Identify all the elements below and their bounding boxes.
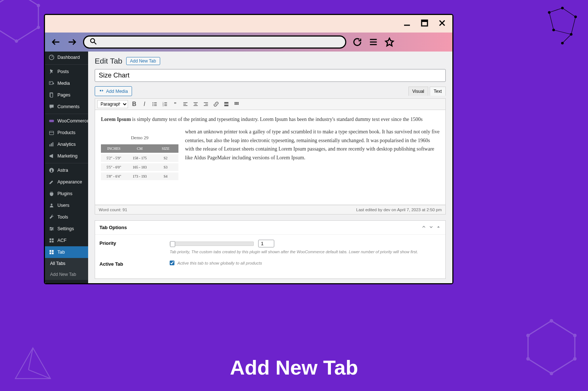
sidebar-item-analytics[interactable]: Analytics: [45, 138, 88, 150]
media-icon: [99, 88, 104, 94]
sidebar-item-plugins[interactable]: Plugins: [45, 188, 88, 200]
numbered-list-icon[interactable]: 123: [161, 100, 169, 108]
menu-icon[interactable]: [368, 37, 378, 47]
editor-tab-text[interactable]: Text: [430, 87, 446, 96]
slider-thumb[interactable]: [170, 241, 175, 247]
forward-icon[interactable]: [67, 37, 77, 47]
move-down-icon[interactable]: [429, 224, 434, 231]
priority-label: Priority: [99, 240, 165, 246]
tab-title-input[interactable]: [95, 69, 446, 82]
sidebar-item-label: Tab: [57, 250, 65, 255]
svg-line-13: [549, 8, 562, 12]
media-icon: [49, 80, 54, 86]
minimize-icon[interactable]: [403, 19, 411, 29]
readmore-icon[interactable]: [222, 100, 230, 108]
paragraph-select[interactable]: Paragraph: [97, 100, 128, 108]
editor-tab-visual[interactable]: Visual: [408, 87, 428, 96]
sidebar-item-label: Marketing: [57, 153, 78, 159]
sidebar-item-label: Tools: [57, 215, 68, 220]
svg-rect-72: [154, 102, 157, 103]
svg-point-12: [561, 42, 564, 44]
svg-rect-98: [234, 103, 235, 105]
italic-icon[interactable]: I: [140, 100, 148, 108]
sidebar-item-dashboard[interactable]: Dashboard: [45, 52, 88, 63]
sidebar-item-astra[interactable]: Astra: [45, 164, 88, 176]
svg-point-75: [152, 105, 153, 106]
svg-rect-43: [49, 81, 53, 84]
svg-rect-46: [50, 93, 53, 97]
marketing-icon: [49, 153, 54, 159]
sidebar-item-appearance[interactable]: Appearance: [45, 176, 88, 188]
sidebar-item-tools[interactable]: Tools: [45, 211, 88, 223]
url-input[interactable]: [100, 39, 340, 45]
close-icon[interactable]: [438, 19, 446, 29]
sidebar-item-products[interactable]: Products: [45, 127, 88, 138]
svg-rect-92: [224, 102, 228, 103]
active-tab-checkbox[interactable]: [170, 261, 174, 265]
sidebar-item-media[interactable]: Media: [45, 77, 88, 89]
priority-slider[interactable]: [170, 242, 254, 246]
editor-body[interactable]: Lorem Ipsum is simply dummy text of the …: [95, 110, 446, 205]
svg-rect-65: [49, 250, 51, 252]
sidebar-item-label: Plugins: [57, 191, 72, 196]
sidebar-sub-all-tabs[interactable]: All Tabs: [45, 258, 88, 269]
svg-rect-68: [52, 253, 54, 254]
svg-point-73: [152, 104, 153, 105]
admin-sidebar: Dashboard Posts Media Pages Comments Woo…: [45, 52, 88, 283]
svg-marker-101: [437, 226, 440, 228]
star-icon[interactable]: [384, 37, 395, 47]
demo-size-table: Demo 29 INCHES CM SIZE 5'2" - 5'9"158 - …: [101, 131, 178, 180]
sidebar-item-settings[interactable]: Settings: [45, 223, 88, 235]
sidebar-item-comments[interactable]: Comments: [45, 101, 88, 113]
sidebar-item-tab[interactable]: Tab: [45, 246, 88, 258]
sidebar-item-woocommerce[interactable]: WooCommerce: [45, 115, 88, 127]
svg-line-14: [562, 8, 576, 17]
svg-point-54: [51, 204, 53, 205]
url-bar[interactable]: [83, 35, 346, 49]
add-new-tab-button[interactable]: Add New Tab: [126, 57, 160, 65]
products-icon: [49, 130, 54, 136]
svg-rect-94: [224, 105, 228, 106]
add-media-button[interactable]: Add Media: [95, 86, 132, 96]
tab-icon: [49, 249, 54, 255]
bold-icon[interactable]: B: [130, 100, 138, 108]
reload-icon[interactable]: [352, 37, 362, 47]
toggle-panel-icon[interactable]: [436, 224, 441, 231]
sidebar-item-label: Appearance: [57, 179, 82, 185]
collapse-menu[interactable]: Collapse menu: [45, 281, 88, 283]
content-area: Dashboard Posts Media Pages Comments Woo…: [45, 52, 452, 283]
plugins-icon: [49, 191, 54, 197]
last-edited: Last edited by dev on April 7, 2023 at 2…: [356, 208, 442, 212]
bullet-list-icon[interactable]: [151, 100, 159, 108]
svg-line-16: [571, 17, 576, 34]
svg-rect-50: [49, 144, 50, 147]
svg-point-28: [526, 334, 530, 337]
back-icon[interactable]: [51, 37, 61, 47]
th-inches: INCHES: [101, 144, 127, 153]
sidebar-sub-add-new-tab[interactable]: Add New Tab: [45, 269, 88, 280]
maximize-icon[interactable]: [420, 19, 429, 29]
sidebar-item-acf[interactable]: ACF: [45, 235, 88, 246]
quote-icon[interactable]: ": [171, 100, 179, 108]
svg-point-36: [91, 39, 95, 43]
link-icon[interactable]: [212, 100, 220, 108]
sidebar-item-users[interactable]: Users: [45, 200, 88, 211]
sidebar-item-label: ACF: [57, 238, 67, 243]
svg-rect-51: [51, 143, 52, 147]
sidebar-item-label: Media: [57, 81, 70, 86]
toolbar-toggle-icon[interactable]: [233, 100, 241, 108]
svg-point-71: [152, 102, 153, 103]
svg-rect-82: [164, 105, 167, 106]
align-center-icon[interactable]: [192, 100, 200, 108]
align-left-icon[interactable]: [181, 100, 189, 108]
svg-rect-61: [49, 238, 51, 240]
priority-input[interactable]: [258, 240, 274, 247]
editor-toolbar: Paragraph B I 123 ": [95, 98, 446, 110]
sidebar-item-label: Posts: [57, 69, 69, 74]
sidebar-item-marketing[interactable]: Marketing: [45, 150, 88, 162]
sidebar-item-pages[interactable]: Pages: [45, 89, 88, 101]
align-right-icon[interactable]: [202, 100, 210, 108]
sidebar-item-posts[interactable]: Posts: [45, 66, 88, 77]
move-up-icon[interactable]: [421, 224, 426, 231]
svg-point-9: [574, 15, 577, 18]
